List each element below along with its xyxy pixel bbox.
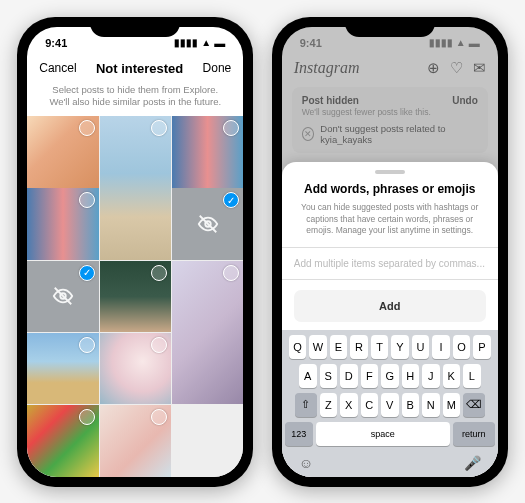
key[interactable]: D: [340, 364, 358, 388]
grid-post-hidden[interactable]: ✓: [27, 261, 98, 332]
phone-right: 9:41 ▮▮▮▮ ▲ ▬ Instagram ⊕ ♡ ✉ Post hidde…: [272, 17, 508, 487]
grid-post[interactable]: [172, 116, 243, 187]
select-circle[interactable]: [151, 409, 167, 425]
key-row-1: Q W E R T Y U I O P: [285, 335, 495, 359]
key[interactable]: K: [443, 364, 461, 388]
app-header: Instagram ⊕ ♡ ✉: [282, 55, 498, 83]
explore-grid: ✓ ✓: [27, 116, 243, 476]
sheet-title: Add words, phrases or emojis: [282, 182, 498, 202]
select-circle[interactable]: [151, 265, 167, 281]
emoji-key[interactable]: ☺: [299, 455, 313, 471]
notch: [90, 17, 180, 37]
add-icon[interactable]: ⊕: [427, 59, 440, 77]
grid-post[interactable]: [100, 116, 171, 260]
key[interactable]: N: [422, 393, 440, 417]
grid-post[interactable]: [27, 405, 98, 476]
key[interactable]: T: [371, 335, 389, 359]
key[interactable]: Y: [391, 335, 409, 359]
key[interactable]: C: [361, 393, 379, 417]
words-input[interactable]: [294, 248, 486, 279]
key[interactable]: M: [443, 393, 461, 417]
done-button[interactable]: Done: [203, 61, 232, 75]
page-title: Not interested: [96, 61, 183, 76]
key[interactable]: S: [320, 364, 338, 388]
grid-post[interactable]: [100, 333, 171, 404]
select-circle[interactable]: [79, 337, 95, 353]
shift-key[interactable]: ⇧: [295, 393, 317, 417]
keyboard: Q W E R T Y U I O P A S D F G H: [282, 330, 498, 477]
key-row-2: A S D F G H J K L: [285, 364, 495, 388]
status-indicators: ▮▮▮▮ ▲ ▬: [174, 37, 225, 49]
key[interactable]: L: [463, 364, 481, 388]
nav-bar: Cancel Not interested Done: [27, 55, 243, 84]
grid-post[interactable]: [172, 261, 243, 405]
select-circle[interactable]: [151, 120, 167, 136]
wifi-icon: ▲: [201, 37, 211, 48]
messenger-icon[interactable]: ✉: [473, 59, 486, 77]
undo-button[interactable]: Undo: [452, 95, 478, 106]
instagram-logo: Instagram: [294, 59, 360, 77]
select-circle[interactable]: [151, 337, 167, 353]
key[interactable]: E: [330, 335, 348, 359]
select-circle[interactable]: [223, 265, 239, 281]
key[interactable]: P: [473, 335, 491, 359]
select-circle-checked[interactable]: ✓: [79, 265, 95, 281]
add-button[interactable]: Add: [294, 290, 486, 322]
return-key[interactable]: return: [453, 422, 495, 446]
space-key[interactable]: space: [316, 422, 450, 446]
header-actions: ⊕ ♡ ✉: [427, 59, 486, 77]
select-circle[interactable]: [79, 192, 95, 208]
wifi-icon: ▲: [456, 37, 466, 48]
notch: [345, 17, 435, 37]
page-subtitle: Select posts to hide them from Explore. …: [27, 84, 243, 117]
key[interactable]: O: [453, 335, 471, 359]
key[interactable]: Z: [320, 393, 338, 417]
key[interactable]: I: [432, 335, 450, 359]
status-time: 9:41: [300, 37, 322, 49]
signal-icon: ▮▮▮▮: [429, 37, 453, 48]
eye-off-icon: [52, 285, 74, 307]
backspace-key[interactable]: ⌫: [463, 393, 485, 417]
key[interactable]: Q: [289, 335, 307, 359]
key[interactable]: A: [299, 364, 317, 388]
key[interactable]: J: [422, 364, 440, 388]
key[interactable]: W: [309, 335, 327, 359]
toast-related-text[interactable]: Don't suggest posts related to kyia_kaya…: [320, 123, 477, 145]
key[interactable]: U: [412, 335, 430, 359]
key-row-4: 123 space return: [285, 422, 495, 446]
sheet-description: You can hide suggested posts with hashta…: [282, 202, 498, 246]
key[interactable]: G: [381, 364, 399, 388]
grid-post[interactable]: [100, 261, 171, 332]
numbers-key[interactable]: 123: [285, 422, 313, 446]
phone-left: 9:41 ▮▮▮▮ ▲ ▬ Cancel Not interested Done…: [17, 17, 253, 487]
key[interactable]: R: [350, 335, 368, 359]
toast-title: Post hidden: [302, 95, 359, 106]
select-circle-checked[interactable]: ✓: [223, 192, 239, 208]
grid-post-hidden[interactable]: ✓: [172, 188, 243, 259]
screen-right: 9:41 ▮▮▮▮ ▲ ▬ Instagram ⊕ ♡ ✉ Post hidde…: [282, 27, 498, 477]
signal-icon: ▮▮▮▮: [174, 37, 198, 48]
sheet-handle[interactable]: [375, 170, 405, 174]
select-circle[interactable]: [223, 120, 239, 136]
grid-post[interactable]: [27, 333, 98, 404]
bottom-sheet: Add words, phrases or emojis You can hid…: [282, 162, 498, 476]
key[interactable]: F: [361, 364, 379, 388]
grid-post[interactable]: [27, 188, 98, 259]
key-row-3: ⇧ Z X C V B N M ⌫: [285, 393, 495, 417]
select-circle[interactable]: [79, 120, 95, 136]
grid-post[interactable]: [27, 116, 98, 187]
key[interactable]: V: [381, 393, 399, 417]
status-indicators: ▮▮▮▮ ▲ ▬: [429, 37, 480, 49]
x-circle-icon: ✕: [302, 127, 315, 141]
heart-icon[interactable]: ♡: [450, 59, 463, 77]
key[interactable]: X: [340, 393, 358, 417]
battery-icon: ▬: [214, 37, 225, 49]
key[interactable]: B: [402, 393, 420, 417]
cancel-button[interactable]: Cancel: [39, 61, 76, 75]
eye-off-icon: [197, 213, 219, 235]
grid-post[interactable]: [100, 405, 171, 476]
mic-key[interactable]: 🎤: [464, 455, 481, 471]
status-time: 9:41: [45, 37, 67, 49]
key[interactable]: H: [402, 364, 420, 388]
select-circle[interactable]: [79, 409, 95, 425]
